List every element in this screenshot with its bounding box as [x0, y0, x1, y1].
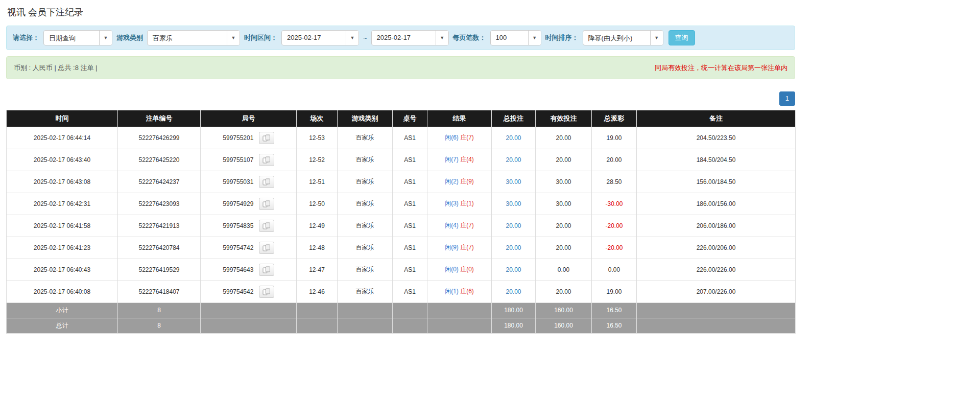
- cell-note: 184.50/204.50: [637, 149, 796, 171]
- range-separator: ~: [363, 34, 367, 42]
- cards-icon: [262, 200, 271, 207]
- cell-time: 2025-02-17 06:40:43: [7, 259, 118, 281]
- total-bet-link[interactable]: 20.00: [506, 266, 521, 273]
- chevron-down-icon[interactable]: ▼: [346, 31, 358, 45]
- chevron-down-icon[interactable]: ▼: [650, 31, 663, 45]
- cell-table-no: AS1: [393, 237, 427, 259]
- cell-total-bet: 20.00: [492, 215, 536, 237]
- cell-result: 闲(3) 庄(1): [427, 193, 492, 215]
- total-total-bet: 180.00: [492, 318, 536, 333]
- page-size-select[interactable]: 100 ▼: [490, 30, 541, 45]
- total-bet-link[interactable]: 20.00: [506, 222, 521, 229]
- chevron-down-icon[interactable]: ▼: [436, 31, 448, 45]
- total-bet-link[interactable]: 20.00: [506, 134, 521, 142]
- subtotal-count: 8: [118, 302, 201, 318]
- cell-total-bet: 30.00: [492, 171, 536, 193]
- page-title: 视讯 会员下注纪录: [7, 6, 796, 18]
- cell-bet-id: 522276426299: [118, 127, 201, 149]
- view-round-cards-button[interactable]: [259, 198, 274, 210]
- cell-session: 12-49: [297, 215, 338, 237]
- result-player: 闲(3): [445, 200, 459, 207]
- round-id: 599755107: [223, 156, 253, 164]
- search-button[interactable]: 查询: [668, 30, 695, 45]
- subtotal-payout: 16.50: [592, 302, 637, 318]
- column-header: 备注: [637, 110, 796, 127]
- table-row: 2025-02-17 06:41:58 522276421913 5997548…: [7, 215, 796, 237]
- table-row: 2025-02-17 06:40:08 522276418407 5997545…: [7, 281, 796, 302]
- cell-game-type: 百家乐: [338, 193, 393, 215]
- column-header: 注单编号: [118, 110, 201, 127]
- cell-game-type: 百家乐: [338, 127, 393, 149]
- round-id: 599754835: [223, 222, 253, 229]
- chevron-down-icon[interactable]: ▼: [99, 31, 112, 45]
- cell-round: 599754835: [201, 215, 297, 237]
- view-round-cards-button[interactable]: [259, 264, 274, 276]
- sort-order-select[interactable]: 降幂(由大到小) ▼: [583, 30, 663, 45]
- cell-note: 226.00/206.00: [637, 237, 796, 259]
- query-type-select[interactable]: 日期查询 ▼: [43, 30, 112, 45]
- cell-note: 207.00/226.00: [637, 281, 796, 302]
- cell-game-type: 百家乐: [338, 237, 393, 259]
- cell-total-bet: 20.00: [492, 149, 536, 171]
- view-round-cards-button[interactable]: [259, 176, 274, 188]
- total-bet-link[interactable]: 30.00: [506, 200, 521, 207]
- view-round-cards-button[interactable]: [259, 154, 274, 166]
- empty-cell: [201, 318, 297, 333]
- column-header: 结果: [427, 110, 492, 127]
- cell-table-no: AS1: [393, 127, 427, 149]
- cell-valid-bet: 30.00: [536, 193, 592, 215]
- cell-bet-id: 522276419529: [118, 259, 201, 281]
- empty-cell: [637, 302, 796, 318]
- empty-cell: [201, 302, 297, 318]
- cell-time: 2025-02-17 06:41:23: [7, 237, 118, 259]
- date-to-select[interactable]: 2025-02-17 ▼: [371, 30, 449, 45]
- chevron-down-icon[interactable]: ▼: [528, 31, 541, 45]
- summary-bar: 币别 : 人民币 | 总共 :8 注单 | 同局有效投注，统一计算在该局第一张注…: [6, 56, 795, 79]
- total-bet-link[interactable]: 20.00: [506, 156, 521, 164]
- table-row: 2025-02-17 06:44:14 522276426299 5997552…: [7, 127, 796, 149]
- chevron-down-icon[interactable]: ▼: [227, 31, 240, 45]
- cell-game-type: 百家乐: [338, 281, 393, 302]
- empty-cell: [297, 302, 338, 318]
- cell-round: 599754542: [201, 281, 297, 302]
- round-id: 599755201: [223, 134, 253, 142]
- cell-table-no: AS1: [393, 193, 427, 215]
- total-bet-link[interactable]: 20.00: [506, 244, 521, 251]
- page-size-label: 每页笔数：: [453, 33, 486, 42]
- empty-cell: [393, 318, 427, 333]
- cell-result: 闲(1) 庄(6): [427, 281, 492, 302]
- cards-icon: [262, 288, 271, 295]
- query-type-label: 请选择：: [13, 33, 39, 42]
- column-header: 总投注: [492, 110, 536, 127]
- view-round-cards-button[interactable]: [259, 132, 274, 144]
- cell-session: 12-52: [297, 149, 338, 171]
- pagination-page-1[interactable]: 1: [779, 91, 795, 106]
- result-player: 闲(7): [445, 156, 459, 163]
- result-banker: 庄(7): [460, 134, 474, 141]
- cell-game-type: 百家乐: [338, 171, 393, 193]
- cell-note: 204.50/223.50: [637, 127, 796, 149]
- date-from-select[interactable]: 2025-02-17 ▼: [281, 30, 359, 45]
- view-round-cards-button[interactable]: [259, 242, 274, 254]
- cell-payout: 28.50: [592, 171, 637, 193]
- cell-note: 156.00/184.50: [637, 171, 796, 193]
- cell-time: 2025-02-17 06:42:31: [7, 193, 118, 215]
- subtotal-total-bet: 180.00: [492, 302, 536, 318]
- total-count: 8: [118, 318, 201, 333]
- total-bet-link[interactable]: 30.00: [506, 178, 521, 185]
- game-type-select[interactable]: 百家乐 ▼: [147, 30, 240, 45]
- table-row: 2025-02-17 06:43:08 522276424237 5997550…: [7, 171, 796, 193]
- view-round-cards-button[interactable]: [259, 220, 274, 232]
- cards-icon: [262, 156, 271, 164]
- view-round-cards-button[interactable]: [259, 286, 274, 298]
- column-header: 时间: [7, 110, 118, 127]
- total-row: 总计 8 180.00 160.00 16.50: [7, 318, 796, 333]
- cards-icon: [262, 244, 271, 251]
- result-banker: 庄(4): [460, 156, 474, 163]
- cell-game-type: 百家乐: [338, 215, 393, 237]
- cell-payout: -30.00: [592, 193, 637, 215]
- query-type-value: 日期查询: [44, 31, 99, 45]
- cell-valid-bet: 20.00: [536, 281, 592, 302]
- total-bet-link[interactable]: 20.00: [506, 288, 521, 295]
- cell-session: 12-53: [297, 127, 338, 149]
